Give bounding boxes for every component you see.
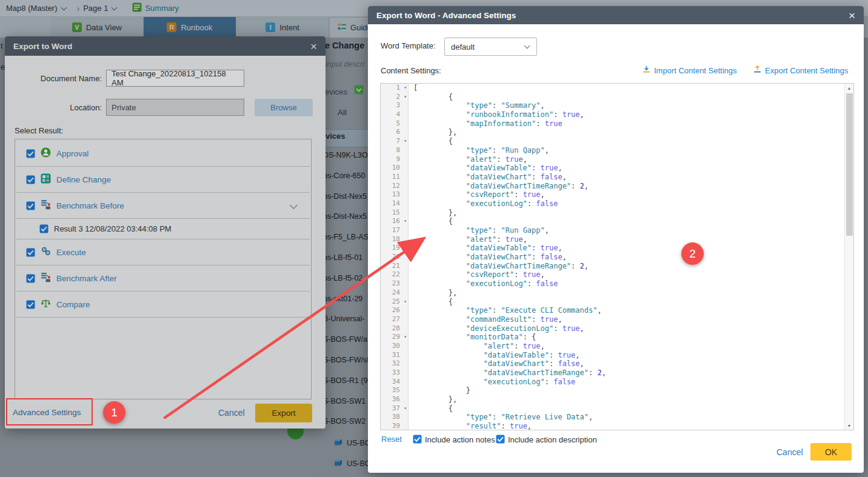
device-row[interactable]: os-F5_LB-AS [323, 233, 369, 241]
code-line: "runbookInformation": true, [409, 110, 844, 119]
device-name: B-Universal- [323, 315, 365, 323]
scrollbar-thumb[interactable] [846, 93, 853, 236]
result-row[interactable]: Approval [16, 141, 310, 167]
code-line: "dataViewChart": false, [409, 359, 844, 369]
result-checkbox[interactable] [26, 300, 35, 309]
line-number: 23 [381, 279, 408, 289]
all-filter-label[interactable]: All [338, 108, 347, 117]
fold-marker-icon[interactable]: ▾ [404, 217, 407, 226]
code-line: "monitorData": { [409, 333, 844, 342]
scroll-down-icon[interactable]: ▼ [845, 421, 853, 430]
device-row[interactable]: S-BOS-R1 (9 [323, 376, 368, 385]
fold-marker-icon[interactable]: ▾ [404, 404, 407, 413]
result-row[interactable]: Execute [16, 239, 310, 265]
code-line: "dataViewChart": false, [409, 253, 844, 262]
scroll-up-icon[interactable]: ▲ [845, 84, 853, 92]
benchmark-icon [41, 272, 51, 285]
line-number: 11 [381, 173, 408, 182]
editor-scrollbar[interactable]: ▲ ▼ [844, 84, 853, 430]
document-name-label: Document Name: [11, 74, 102, 83]
code-line: "csvReport": true, [409, 190, 844, 199]
code-line: { [409, 137, 844, 146]
device-row[interactable]: S-BOS-SW2 [323, 417, 366, 425]
code-line: "executionLog": false [409, 199, 844, 208]
fold-marker-icon[interactable]: ▾ [404, 93, 407, 102]
code-line: "type": "Execute CLI Commands", [409, 306, 844, 315]
chevron-down-icon [112, 4, 118, 10]
document-name-field[interactable]: Test Change_20220813_102158 AM [106, 70, 244, 87]
advanced-settings-link[interactable]: Advanced Settings [13, 408, 81, 417]
reset-link[interactable]: Reset [381, 435, 402, 444]
ok-button[interactable]: OK [810, 443, 852, 461]
device-row[interactable]: DS-N9K-L3O [323, 151, 368, 159]
code-line: "alert": true, [409, 235, 844, 244]
device-row[interactable]: os-Core-650 [323, 172, 365, 180]
result-checkbox[interactable] [26, 149, 35, 158]
browse-button[interactable]: Browse [255, 99, 313, 116]
result-row[interactable]: Benchmark Before [16, 193, 310, 219]
editor-gutter: 1▾2▾34567▾8910111213141516▾1718192021222… [381, 84, 409, 430]
device-row[interactable]: os-Dist-Nex5 [323, 192, 367, 201]
fold-marker-icon[interactable]: ▾ [404, 298, 407, 307]
device-row[interactable]: os-skt01-29 [323, 295, 362, 303]
cancel-button[interactable]: Cancel [218, 408, 245, 418]
result-checkbox[interactable] [26, 248, 35, 257]
include-action-description-checkbox[interactable] [496, 435, 505, 446]
line-number: 18 [381, 235, 408, 244]
device-row[interactable]: os-LB-f5-01 [323, 253, 362, 262]
result-checkbox[interactable] [39, 224, 48, 233]
line-number: 6 [381, 128, 408, 137]
clipped-text-fragment: t [1, 41, 3, 50]
result-checkbox[interactable] [26, 274, 35, 283]
device-row[interactable]: os-LB-f5-02 [323, 274, 362, 282]
summary-link[interactable]: Summary [132, 2, 179, 14]
fold-marker-icon[interactable]: ▾ [404, 333, 407, 342]
dialog-title: Export to Word - Advanced Settings [376, 11, 516, 20]
content-settings-editor[interactable]: 1▾2▾34567▾8910111213141516▾1718192021222… [380, 83, 854, 430]
result-checkbox[interactable] [26, 175, 35, 184]
device-row[interactable]: os-Dist-Nex5 [323, 212, 367, 221]
tab-data-view[interactable]: VData View [51, 17, 144, 38]
code-line: }, [409, 128, 844, 137]
tab-intent[interactable]: IIntent [236, 17, 329, 38]
editor-code[interactable]: [ { "type": "Summary", "runbookInformati… [409, 84, 844, 430]
device-row[interactable]: B-Universal- [323, 315, 365, 323]
device-name: S-BOS-FW/a [323, 335, 367, 344]
tab-runbook[interactable]: RRunbook [144, 17, 236, 38]
select-result-list: ApprovalDefine ChangeBenchmark BeforeRes… [15, 139, 312, 399]
result-checkbox[interactable] [26, 201, 35, 210]
breadcrumb-page[interactable]: Page 1 [83, 4, 118, 13]
close-icon[interactable]: × [849, 10, 855, 21]
execute-icon [41, 246, 51, 259]
fold-marker-icon[interactable]: ▾ [404, 84, 407, 93]
line-number: 4 [381, 110, 408, 119]
device-row[interactable]: S-BOS-FW/a [323, 335, 367, 344]
close-icon[interactable]: × [310, 41, 317, 52]
device-row[interactable]: S-BOS-SW1 [323, 397, 366, 405]
chevron-down-icon[interactable] [290, 201, 298, 209]
device-row[interactable]: S-BOS-FW/st [323, 356, 369, 364]
result-row[interactable]: Define Change [16, 167, 310, 193]
code-line: { [409, 93, 844, 102]
breadcrumb-separator: › [77, 4, 80, 13]
result-row[interactable]: Benchmark After [16, 265, 310, 292]
code-line: "alert": true, [409, 342, 844, 351]
word-template-select[interactable]: default [444, 38, 537, 56]
export-content-settings-link[interactable]: Export Content Settings [753, 65, 848, 75]
code-line: "type": "Run Gapp", [409, 226, 844, 235]
line-number: 12 [381, 182, 408, 191]
code-line: "type": "Summary", [409, 101, 844, 110]
breadcrumb-map[interactable]: Map8 (Master) [6, 4, 67, 13]
line-number: 9 [381, 155, 408, 164]
fold-marker-icon[interactable]: ▾ [404, 137, 407, 146]
code-line: "type": "Retrieve Live Data", [409, 413, 844, 422]
line-number: 39 [381, 422, 408, 430]
export-button[interactable]: Export [255, 404, 312, 422]
result-sub-row[interactable]: Result 3 12/08/2022 03:44:08 PM [16, 219, 310, 239]
line-number: 27 [381, 315, 408, 324]
result-row[interactable]: Compare [16, 292, 310, 318]
devices-dropdown-button[interactable] [354, 85, 364, 97]
cancel-button[interactable]: Cancel [776, 447, 803, 457]
import-content-settings-link[interactable]: Import Content Settings [643, 65, 737, 75]
include-action-notes-checkbox[interactable] [413, 435, 422, 446]
